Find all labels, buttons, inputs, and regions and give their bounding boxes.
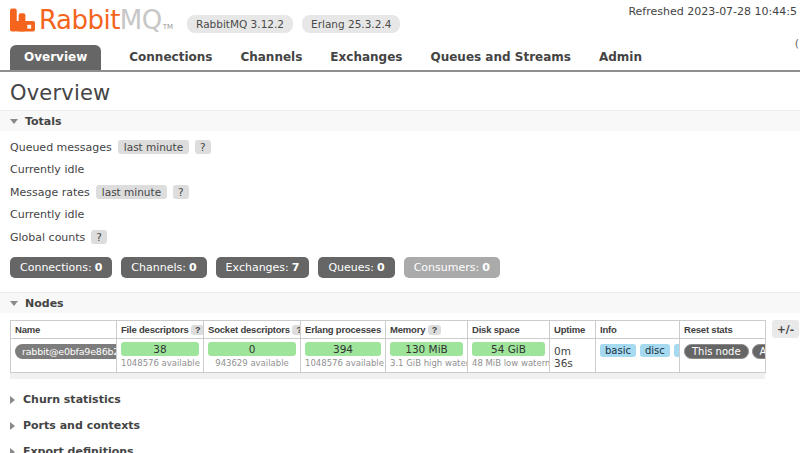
nodes-table: Name File descriptors ? Socket descripto… bbox=[10, 320, 766, 373]
section-nodes-title: Nodes bbox=[25, 297, 64, 310]
file-descriptors-bar: 38 bbox=[121, 342, 199, 356]
version-badge-erlang: Erlang 25.3.2.4 bbox=[302, 15, 400, 33]
section-ports-and-contexts[interactable]: Ports and contexts bbox=[10, 419, 790, 432]
column-header-erlang-processes: Erlang processes bbox=[301, 321, 386, 339]
node-row: rabbit@e0bfa9e86b21 38 1048576 available… bbox=[11, 339, 766, 373]
section-totals-header[interactable]: Totals bbox=[0, 110, 800, 131]
time-range-badge: last minute bbox=[118, 140, 189, 154]
column-header-uptime: Uptime bbox=[550, 321, 596, 339]
section-churn-statistics[interactable]: Churn statistics bbox=[10, 393, 790, 406]
help-badge[interactable]: ? bbox=[173, 185, 189, 199]
disk-space-bar: 54 GiB bbox=[472, 342, 545, 356]
help-badge[interactable]: ? bbox=[91, 230, 107, 244]
rabbitmq-logo-icon[interactable] bbox=[10, 8, 35, 32]
uptime-value: 0m 36s bbox=[550, 339, 596, 373]
help-badge[interactable]: ? bbox=[191, 325, 204, 335]
global-counters: Connections:0 Channels:0 Exchanges:7 Que… bbox=[10, 257, 790, 278]
tab-exchanges[interactable]: Exchanges bbox=[330, 45, 402, 70]
tab-queues-and-streams[interactable]: Queues and Streams bbox=[430, 45, 570, 70]
chevron-down-icon bbox=[10, 119, 18, 124]
help-badge[interactable]: ? bbox=[428, 325, 441, 335]
memory-watermark: 3.1 GiB high watermark bbox=[390, 356, 463, 368]
node-name-badge[interactable]: rabbit@e0bfa9e86b21 bbox=[15, 344, 117, 359]
version-badge-rabbitmq: RabbitMQ 3.12.2 bbox=[187, 15, 293, 33]
erlang-processes-available: 1048576 available bbox=[305, 356, 381, 368]
counter-queues: Queues:0 bbox=[318, 257, 394, 278]
main-nav-tabs: Overview Connections Channels Exchanges … bbox=[0, 45, 800, 72]
global-counts-label: Global counts bbox=[10, 231, 85, 244]
counter-consumers: Consumers:0 bbox=[404, 257, 500, 278]
erlang-processes-bar: 394 bbox=[305, 342, 381, 356]
column-header-memory: Memory ? bbox=[386, 321, 468, 339]
socket-descriptors-bar: 0 bbox=[208, 342, 296, 356]
refreshed-timestamp: Refreshed 2023-07-28 10:44:5 bbox=[628, 5, 797, 18]
socket-descriptors-available: 943629 available bbox=[208, 356, 296, 368]
brand-rabbit-text: Rabbit bbox=[39, 5, 120, 35]
column-header-file-descriptors: File descriptors ? bbox=[117, 321, 204, 339]
counter-exchanges: Exchanges:7 bbox=[216, 257, 310, 278]
help-badge[interactable]: ? bbox=[292, 325, 300, 335]
info-badge-disc: disc bbox=[640, 344, 670, 357]
chevron-down-icon bbox=[10, 301, 18, 306]
queued-messages-label: Queued messages bbox=[10, 141, 112, 154]
chevron-right-icon bbox=[10, 396, 15, 404]
tab-channels[interactable]: Channels bbox=[240, 45, 302, 70]
info-badge-cores: 2 bbox=[674, 344, 680, 357]
chevron-right-icon bbox=[10, 422, 15, 430]
file-descriptors-available: 1048576 available bbox=[121, 356, 199, 368]
trademark-text: TM bbox=[163, 23, 173, 31]
reset-all-nodes-button[interactable]: All nodes bbox=[752, 344, 766, 359]
help-badge[interactable]: ? bbox=[195, 140, 211, 154]
tab-admin[interactable]: Admin bbox=[599, 45, 642, 70]
tab-overview[interactable]: Overview bbox=[10, 45, 101, 70]
clipped-edge-text: ( bbox=[795, 37, 799, 50]
brand-wordmark[interactable]: RabbitMQ bbox=[39, 7, 162, 33]
table-bottom-strip bbox=[10, 373, 765, 379]
toggle-columns-button[interactable]: +/- bbox=[772, 320, 799, 338]
tab-connections[interactable]: Connections bbox=[129, 45, 212, 70]
column-header-socket-descriptors: Socket descriptors ? bbox=[204, 321, 301, 339]
time-range-badge: last minute bbox=[96, 185, 167, 199]
disk-space-watermark: 48 MiB low watermark bbox=[472, 356, 545, 368]
queued-idle-status: Currently idle bbox=[10, 163, 790, 176]
counter-channels: Channels:0 bbox=[121, 257, 206, 278]
counter-connections: Connections:0 bbox=[10, 257, 112, 278]
page-title: Overview bbox=[10, 81, 790, 105]
column-header-name: Name bbox=[11, 321, 117, 339]
message-rates-label: Message rates bbox=[10, 186, 90, 199]
column-header-disk-space: Disk space bbox=[468, 321, 550, 339]
info-badge-basic: basic bbox=[600, 344, 636, 357]
rates-idle-status: Currently idle bbox=[10, 208, 790, 221]
section-nodes-header[interactable]: Nodes bbox=[0, 292, 800, 313]
reset-this-node-button[interactable]: This node bbox=[684, 344, 749, 359]
brand-mq-text: MQ bbox=[120, 5, 162, 35]
memory-bar: 130 MiB bbox=[390, 342, 463, 356]
column-header-info: Info bbox=[596, 321, 680, 339]
section-export-definitions[interactable]: Export definitions bbox=[10, 445, 790, 453]
chevron-right-icon bbox=[10, 448, 15, 453]
top-header: RabbitMQ TM RabbitMQ 3.12.2 Erlang 25.3.… bbox=[0, 0, 800, 43]
column-header-reset-stats: Reset stats bbox=[680, 321, 766, 339]
section-totals-title: Totals bbox=[25, 115, 62, 128]
